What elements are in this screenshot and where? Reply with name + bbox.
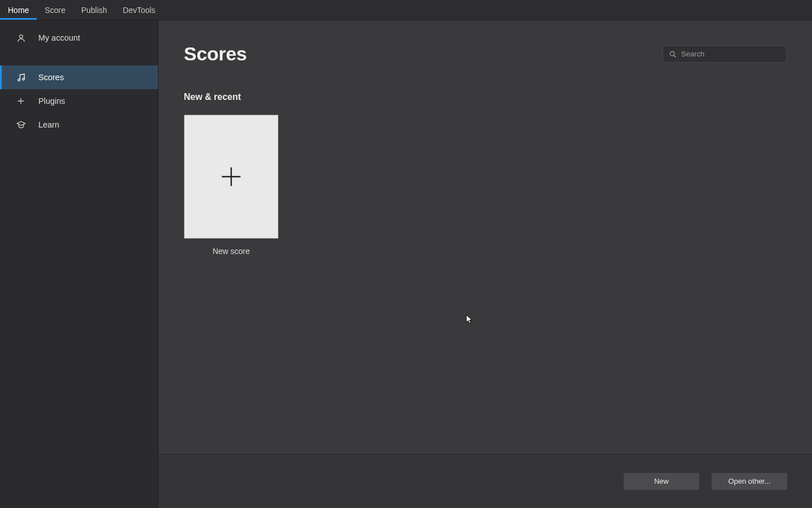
plus-large-icon	[219, 164, 244, 189]
menu-item-label: Score	[45, 6, 65, 15]
card-caption: New score	[213, 247, 250, 256]
search-box[interactable]	[663, 46, 787, 63]
open-other-button[interactable]: Open other...	[712, 473, 787, 490]
sidebar-item-label: My account	[38, 33, 80, 42]
search-icon	[669, 50, 677, 58]
sidebar-item-label: Scores	[38, 73, 64, 82]
button-label: New	[654, 477, 669, 485]
page-title: Scores	[184, 43, 247, 65]
bottom-action-bar: New Open other...	[158, 454, 812, 508]
sidebar: My account Scores Plugins	[0, 20, 158, 508]
sidebar-item-label: Plugins	[38, 97, 65, 106]
svg-point-1	[17, 78, 20, 81]
section-header-new-recent: New & recent	[184, 92, 787, 102]
sidebar-item-my-account[interactable]: My account	[0, 26, 158, 50]
sidebar-item-label: Learn	[38, 120, 59, 129]
sidebar-item-scores[interactable]: Scores	[0, 65, 158, 89]
svg-point-3	[670, 51, 674, 56]
menu-item-home[interactable]: Home	[0, 0, 37, 20]
music-note-icon	[16, 72, 26, 82]
menu-item-label: Home	[8, 6, 29, 15]
menu-item-label: DevTools	[123, 6, 156, 15]
new-score-card-surface[interactable]	[184, 115, 279, 239]
cards-row: New score	[184, 115, 787, 256]
new-button[interactable]: New	[624, 473, 699, 490]
learn-icon	[16, 120, 26, 130]
sidebar-item-learn[interactable]: Learn	[0, 113, 158, 137]
main-panel: Scores New & recent	[158, 20, 812, 508]
menu-item-publish[interactable]: Publish	[73, 0, 115, 20]
button-label: Open other...	[728, 477, 770, 485]
svg-point-0	[19, 34, 23, 38]
sidebar-spacer	[0, 50, 158, 65]
menu-item-devtools[interactable]: DevTools	[115, 0, 164, 20]
menu-item-label: Publish	[81, 6, 107, 15]
new-score-card[interactable]: New score	[184, 115, 279, 256]
plus-icon	[16, 96, 26, 106]
person-icon	[16, 33, 26, 43]
menu-item-score[interactable]: Score	[37, 0, 73, 20]
svg-point-2	[22, 78, 24, 80]
menu-bar: Home Score Publish DevTools	[0, 0, 812, 20]
search-input[interactable]	[681, 50, 780, 58]
sidebar-item-plugins[interactable]: Plugins	[0, 89, 158, 113]
